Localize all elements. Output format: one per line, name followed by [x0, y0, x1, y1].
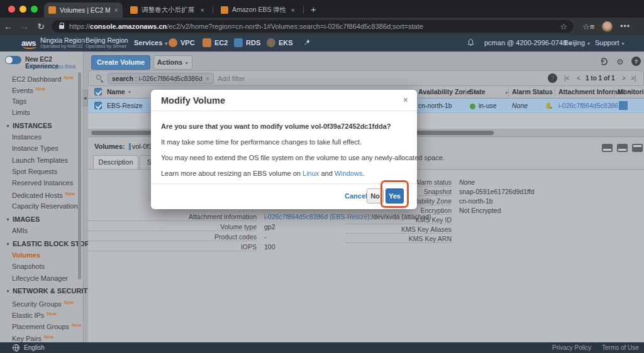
- dialog-close-icon[interactable]: ×: [403, 95, 408, 105]
- sidebar-collapse-handle[interactable]: ◀: [82, 90, 88, 106]
- linux-link[interactable]: Linux: [303, 170, 319, 177]
- sidebar-item-tags[interactable]: Tags: [0, 95, 84, 107]
- help-icon[interactable]: ?: [631, 57, 641, 66]
- sidebar-scrollbar[interactable]: [78, 72, 81, 280]
- sidebar-item-capacity-reservations[interactable]: Capacity Reservations: [0, 200, 84, 212]
- browser-menu-icon[interactable]: •••: [620, 22, 630, 31]
- region-selector[interactable]: Beijing▾: [564, 39, 590, 46]
- sidebar-item-lifecycle-manager[interactable]: Lifecycle Manager: [0, 273, 84, 284]
- col-availability-zone[interactable]: Availability Zone▼: [418, 88, 477, 95]
- select-all-checkbox[interactable]: [94, 88, 102, 95]
- detail-kms-key-aliases: KMS Key Aliases: [346, 225, 459, 234]
- layout-top-pane-icon[interactable]: [632, 144, 643, 152]
- actions-button[interactable]: Actions ▼: [153, 55, 192, 70]
- tab-close-icon[interactable]: ×: [114, 6, 118, 14]
- new-ec2-experience-toggle[interactable]: [5, 56, 21, 64]
- sidebar-item-key-pairs[interactable]: Key PairsNew: [0, 332, 84, 343]
- reload-icon[interactable]: ↻: [33, 21, 49, 31]
- sidebar-item-placement-groups[interactable]: Placement GroupsNew: [0, 320, 84, 331]
- sidebar-item-spot-requests[interactable]: Spot Requests: [0, 166, 84, 177]
- search-filter-chip[interactable]: search : i-026c7f864d5c8386d×: [108, 73, 214, 84]
- pagination-next-icon[interactable]: >: [622, 75, 626, 82]
- chip-remove-icon[interactable]: ×: [206, 75, 209, 82]
- sidebar-section-elastic-block-store[interactable]: ▼ELASTIC BLOCK STORE: [0, 238, 84, 249]
- sidebar-section-network-security[interactable]: ▼NETWORK & SECURITY: [0, 285, 84, 296]
- new-badge: New: [44, 334, 53, 340]
- browser-tab-volumes[interactable]: Volumes | EC2 Management Co ×: [44, 3, 123, 18]
- create-volume-button[interactable]: Create Volume: [91, 55, 150, 70]
- notifications-bell-icon[interactable]: [467, 38, 475, 46]
- bookmarks-list-icon[interactable]: ☆≡: [582, 22, 594, 31]
- sidebar-item-events[interactable]: EventsNew: [0, 84, 84, 95]
- pagination-prev-icon[interactable]: <: [577, 75, 580, 82]
- url-path: /ec2/v2/home?region=cn-north-1#Volumes:s…: [167, 23, 423, 30]
- windows-link[interactable]: Windows: [335, 170, 363, 177]
- address-bar[interactable]: https://console.amazonaws.cn/ec2/v2/home…: [52, 20, 574, 33]
- col-alarm-status[interactable]: Alarm Status: [512, 88, 553, 95]
- sidebar-item-launch-templates[interactable]: Launch Templates: [0, 155, 84, 166]
- vpc-icon: [169, 38, 177, 47]
- no-button[interactable]: No: [367, 188, 384, 204]
- support-menu[interactable]: Support▾: [595, 39, 625, 46]
- layout-split-pane-icon[interactable]: [617, 144, 628, 152]
- sidebar-item-snapshots[interactable]: Snapshots: [0, 261, 84, 272]
- col-monitoring[interactable]: Monitori: [618, 88, 643, 95]
- sidebar-item-volumes[interactable]: Volumes: [0, 249, 84, 261]
- privacy-policy-link[interactable]: Privacy Policy: [552, 344, 591, 351]
- pin-icon[interactable]: [303, 38, 311, 46]
- refresh-icon[interactable]: [600, 58, 608, 65]
- back-icon[interactable]: ←: [0, 21, 16, 31]
- sidebar-item-amis[interactable]: AMIs: [0, 225, 84, 236]
- aws-logo[interactable]: aws: [21, 38, 36, 48]
- pagination-last-icon[interactable]: >|: [631, 75, 636, 82]
- traffic-light-minimize-icon[interactable]: [19, 6, 26, 13]
- filter-bar[interactable]: search : i-026c7f864d5c8386d× Add filter…: [88, 70, 644, 86]
- col-name[interactable]: Name▼: [107, 88, 132, 95]
- browser-profile-avatar[interactable]: [602, 21, 613, 32]
- sidebar-item-limits[interactable]: Limits: [0, 107, 84, 118]
- sidebar-item-dedicated-hosts[interactable]: Dedicated HostsNew: [0, 188, 84, 200]
- snapshot-link[interactable]: snap-0591e61726d9d1ffd: [459, 188, 535, 195]
- forward-icon[interactable]: →: [16, 21, 33, 31]
- shortcut-ec2[interactable]: EC2: [214, 39, 228, 46]
- layout-bottom-pane-icon[interactable]: [602, 144, 613, 152]
- sidebar-section-images[interactable]: ▼IMAGES: [0, 214, 84, 225]
- account-menu[interactable]: pcman @ 4200-2996-0748▾: [484, 39, 572, 46]
- language-selector[interactable]: English: [24, 344, 45, 351]
- col-state[interactable]: State: [469, 88, 486, 95]
- alarm-bell-icon[interactable]: [544, 102, 553, 111]
- services-menu[interactable]: Services▾: [134, 39, 167, 46]
- browser-tab-linux-doc[interactable]: 调整卷大小后扩展 Linux 文件系 ×: [126, 3, 209, 18]
- sidebar-item-instance-types[interactable]: Instance Types: [0, 143, 84, 154]
- shortcut-vpc[interactable]: VPC: [180, 39, 195, 46]
- browser-tab-ebs-doc[interactable]: Amazon EBS 弹性卷 - Amazon E ×: [216, 3, 299, 18]
- pagination-first-icon[interactable]: |<: [564, 75, 569, 82]
- row-checkbox[interactable]: [94, 102, 102, 109]
- shortcut-rds[interactable]: RDS: [246, 39, 260, 46]
- gear-icon[interactable]: ⚙: [616, 57, 624, 67]
- cancel-link[interactable]: Cancel: [345, 192, 367, 200]
- sidebar-item-security-groups[interactable]: Security GroupsNew: [0, 297, 84, 308]
- terms-of-use-link[interactable]: Terms of Use: [602, 344, 639, 351]
- filter-help-icon[interactable]: ?: [548, 73, 557, 83]
- feedback-link[interactable]: Tell us what you think: [25, 63, 76, 70]
- tab-close-icon[interactable]: ×: [201, 6, 204, 14]
- traffic-light-zoom-icon[interactable]: [31, 6, 38, 13]
- tab-description[interactable]: Description: [93, 155, 138, 169]
- sidebar-item-ec2-dashboard[interactable]: EC2 DashboardNew: [0, 72, 84, 84]
- caret-down-icon: ▼: [128, 90, 132, 94]
- url-domain: console.amazonaws.cn: [90, 23, 167, 30]
- monitoring-thumbnail[interactable]: [619, 101, 628, 110]
- cell-attachment-link[interactable]: i-026c7f864d5c8386...: [558, 102, 624, 109]
- sidebar-item-elastic-ips[interactable]: Elastic IPsNew: [0, 308, 84, 320]
- add-filter-placeholder[interactable]: Add filter: [218, 75, 245, 82]
- yes-button[interactable]: Yes: [386, 188, 404, 204]
- sidebar-section-instances[interactable]: ▼INSTANCES: [0, 120, 84, 131]
- tab-close-icon[interactable]: ×: [291, 6, 295, 14]
- bookmark-star-icon[interactable]: ☆: [560, 22, 567, 31]
- traffic-light-close-icon[interactable]: [8, 6, 15, 13]
- shortcut-eks[interactable]: EKS: [279, 39, 293, 46]
- sidebar-item-reserved-instances[interactable]: Reserved Instances: [0, 177, 84, 188]
- new-tab-button[interactable]: +: [311, 4, 316, 14]
- sidebar-item-instances[interactable]: Instances: [0, 131, 84, 143]
